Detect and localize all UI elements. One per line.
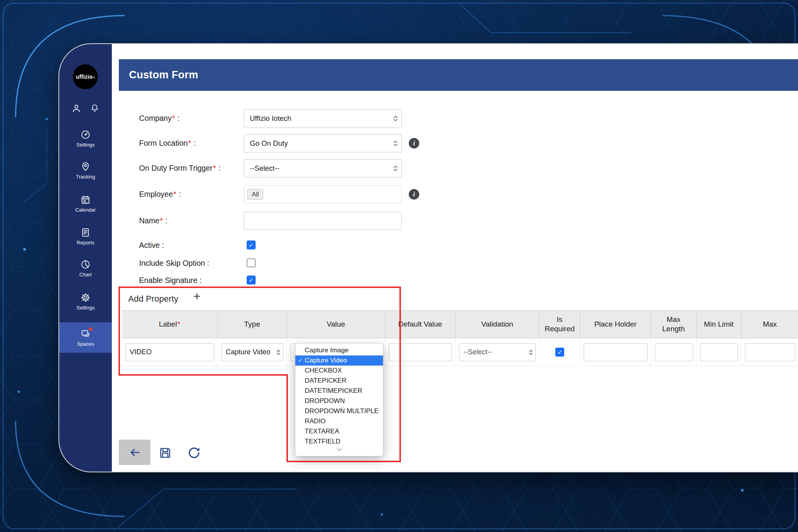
sidebar-item-spaces[interactable]: Spaces	[59, 322, 112, 353]
sidebar-item-label: Settings	[76, 305, 95, 311]
place-holder-input[interactable]	[584, 343, 648, 361]
property-table-row: Capture Video --Select-- ✓	[122, 338, 798, 366]
is-required-checkbox[interactable]: ✓	[555, 348, 564, 357]
dropdown-option[interactable]: RADIO	[295, 416, 383, 426]
dropdown-option[interactable]: TEXTAREA	[295, 426, 383, 437]
form-location-label: Form Location	[139, 139, 188, 148]
required-mark: *	[188, 139, 191, 148]
name-input[interactable]	[244, 212, 402, 230]
skip-option-row: Include Skip Option :	[59, 255, 798, 271]
add-property-button[interactable]: +	[193, 289, 201, 304]
chevron-up-down-icon	[393, 165, 398, 172]
spaces-icon	[80, 329, 91, 339]
column-header-value: Value	[286, 310, 385, 338]
add-property-title: Add Property	[128, 294, 178, 304]
employee-row: Employee* : All i	[59, 185, 798, 203]
company-selected-value: Uffizio Iotech	[250, 114, 291, 123]
column-header-default-value: Default Value	[385, 310, 455, 338]
column-header-max-length: Max Length	[651, 310, 697, 338]
dropdown-option[interactable]: DATETIMEPICKER	[295, 386, 383, 396]
signature-row: Enable Signature : ✓	[59, 272, 798, 288]
arrow-left-icon	[128, 447, 142, 458]
validation-value: --Select--	[463, 348, 492, 356]
required-mark: *	[172, 114, 175, 123]
chevron-up-down-icon	[393, 115, 398, 122]
trigger-selected-value: --Select--	[250, 164, 279, 173]
trigger-label: On Duty Form Trigger	[139, 164, 213, 173]
property-type-select[interactable]: Capture Video	[221, 343, 283, 361]
trigger-select[interactable]: --Select--	[244, 159, 402, 177]
sidebar-item-label: Spaces	[77, 341, 94, 347]
signature-checkbox[interactable]: ✓	[247, 276, 256, 285]
company-row: Company* : Uffizio Iotech	[59, 109, 798, 127]
name-row: Name* :	[59, 212, 798, 230]
dropdown-option[interactable]: DATEPICKER	[295, 376, 383, 386]
gear-icon	[80, 292, 91, 303]
trigger-row: On Duty Form Trigger* : --Select--	[59, 159, 798, 177]
save-button[interactable]	[156, 444, 175, 462]
validation-select[interactable]: --Select--	[459, 343, 536, 361]
save-icon	[158, 445, 172, 461]
active-label: Active	[139, 241, 160, 250]
refresh-icon	[187, 445, 201, 460]
type-dropdown-list: Capture Image ✓Capture Video CHECKBOX DA…	[295, 343, 383, 456]
info-icon[interactable]: i	[409, 189, 419, 200]
column-header-is-required: Is Required	[539, 310, 580, 338]
check-icon: ✓	[249, 242, 254, 249]
back-button[interactable]	[119, 440, 150, 465]
info-icon[interactable]: i	[409, 138, 419, 148]
employee-label: Employee	[139, 190, 173, 199]
column-header-type: Type	[217, 310, 287, 338]
chevron-up-down-icon	[276, 349, 281, 355]
default-value-input[interactable]	[389, 343, 452, 361]
page-title: Custom Form	[129, 69, 198, 81]
name-label: Name	[139, 216, 159, 225]
refresh-button[interactable]	[185, 444, 203, 462]
column-header-max: Max	[741, 310, 798, 338]
required-mark: *	[160, 216, 163, 225]
chevron-up-down-icon	[528, 349, 533, 355]
dropdown-option[interactable]: Capture Image	[295, 345, 383, 355]
notification-dot	[89, 327, 92, 331]
property-type-value: Capture Video	[226, 348, 270, 356]
employee-chip[interactable]: All	[247, 189, 263, 200]
dropdown-option[interactable]: TEXTFIELD	[295, 437, 383, 447]
page-header: Custom Form	[119, 59, 798, 91]
logo-arrow-icon: ›	[93, 74, 95, 80]
check-icon: ✓	[249, 277, 254, 284]
column-header-min-limit: Min Limit	[696, 310, 742, 338]
employee-multiselect[interactable]: All	[244, 185, 402, 203]
max-input[interactable]	[745, 343, 795, 361]
property-table: Label* Type Value Default Value Validati…	[122, 310, 798, 366]
company-label: Company	[139, 114, 171, 123]
dropdown-option[interactable]: DROPDOWN MULTIPLE	[295, 406, 383, 416]
logo-text: uffizio	[76, 74, 93, 80]
property-table-header: Label* Type Value Default Value Validati…	[122, 310, 798, 338]
column-header-place-holder: Place Holder	[580, 310, 651, 338]
property-label-input[interactable]	[125, 343, 214, 361]
required-mark: *	[177, 320, 180, 329]
skip-option-checkbox[interactable]	[247, 258, 256, 267]
app-window: uffizio› Settings	[58, 43, 798, 472]
required-mark: *	[173, 190, 177, 199]
active-checkbox[interactable]: ✓	[247, 240, 256, 249]
form-location-row: Form Location* : Go On Duty i	[59, 134, 798, 152]
column-header-validation: Validation	[455, 310, 540, 338]
company-select[interactable]: Uffizio Iotech	[244, 109, 402, 127]
dropdown-option[interactable]: DROPDOWN	[295, 396, 383, 406]
scroll-down-icon	[295, 447, 383, 453]
min-limit-input[interactable]	[700, 343, 738, 361]
form-location-select[interactable]: Go On Duty	[244, 134, 402, 152]
sidebar-item-settings[interactable]: Settings	[59, 292, 112, 311]
dropdown-option[interactable]: CHECKBOX	[295, 366, 383, 376]
dropdown-option-selected[interactable]: ✓Capture Video	[295, 355, 383, 366]
signature-label: Enable Signature	[139, 276, 198, 285]
active-row: Active : ✓	[59, 237, 798, 253]
uffizio-logo: uffizio›	[73, 64, 98, 89]
required-mark: *	[213, 164, 216, 173]
check-icon: ✓	[298, 355, 302, 366]
max-length-input[interactable]	[655, 343, 693, 361]
form-location-selected-value: Go On Duty	[250, 139, 288, 148]
column-header-label: Label*	[122, 310, 218, 338]
skip-option-label: Include Skip Option	[139, 259, 205, 268]
